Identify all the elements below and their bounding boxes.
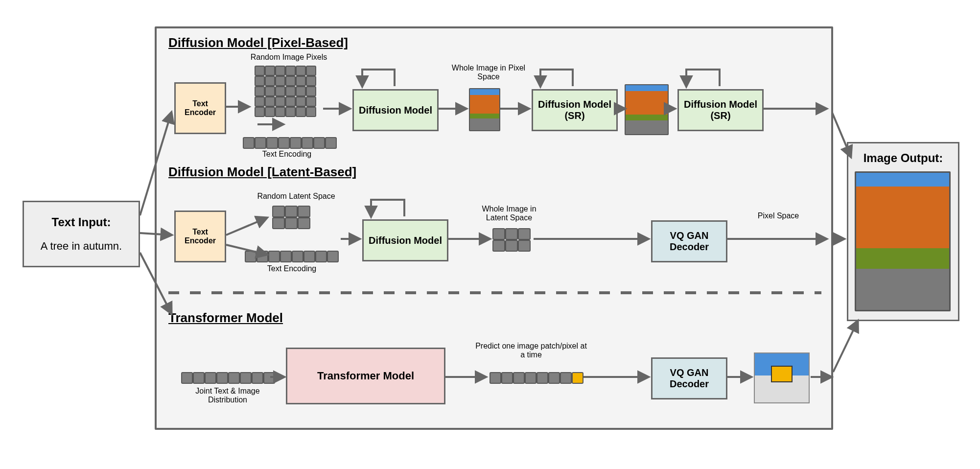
- tree-image-small: [469, 88, 500, 131]
- label-whole-latent: Whole Image in Latent Space: [470, 205, 548, 222]
- label-joint-dist: Joint Text & Image Distribution: [181, 387, 274, 404]
- label-pixel-space: Pixel Space: [744, 211, 813, 220]
- diffusion-model-1: Diffusion Model: [352, 89, 439, 131]
- text-input-value: A tree in autumn.: [38, 237, 125, 256]
- text-encoder-1: Text Encoder: [174, 82, 226, 134]
- section-title-transformer: Transformer Model: [168, 310, 283, 326]
- diffusion-model-sr-2: Diffusion Model (SR): [677, 89, 764, 131]
- partial-image: [754, 352, 810, 403]
- tree-image-large: [855, 171, 951, 311]
- text-input-box: Text Input: A tree in autumn.: [23, 201, 140, 267]
- latent-grid-in: [272, 206, 310, 229]
- text-encoding-chips-1: [243, 137, 337, 149]
- latent-grid-out: [492, 228, 531, 252]
- text-encoding-chips-2: [245, 251, 339, 262]
- text-input-title: Text Input:: [49, 212, 114, 232]
- joint-dist-chips: [181, 372, 275, 384]
- image-output-title: Image Output:: [861, 148, 946, 168]
- label-random-pixels: Random Image Pixels: [240, 53, 338, 62]
- predicted-chips: [490, 372, 583, 384]
- diagram-canvas: Text Input: A tree in autumn. Diffusion …: [0, 0, 980, 469]
- diffusion-model-2: Diffusion Model: [362, 219, 448, 261]
- section-title-pixel: Diffusion Model [Pixel-Based]: [168, 35, 348, 50]
- text-encoder-2: Text Encoder: [174, 211, 226, 262]
- diffusion-model-sr-1: Diffusion Model (SR): [532, 89, 618, 131]
- label-text-encoding-1: Text Encoding: [253, 150, 321, 159]
- label-text-encoding-2: Text Encoding: [257, 264, 326, 273]
- section-title-latent: Diffusion Model [Latent-Based]: [168, 164, 356, 180]
- label-predict: Predict one image patch/pixel at a time: [475, 342, 587, 359]
- random-pixel-grid: [255, 66, 316, 117]
- label-whole-pixel: Whole Image in Pixel Space: [449, 64, 528, 81]
- tree-image-medium: [625, 84, 669, 135]
- vqgan-decoder-2: VQ GAN Decoder: [651, 357, 727, 399]
- vqgan-decoder-1: VQ GAN Decoder: [651, 220, 727, 262]
- arr-transformer-to-output: [833, 321, 858, 372]
- transformer-model: Transformer Model: [286, 348, 445, 404]
- label-random-latent: Random Latent Space: [245, 192, 348, 201]
